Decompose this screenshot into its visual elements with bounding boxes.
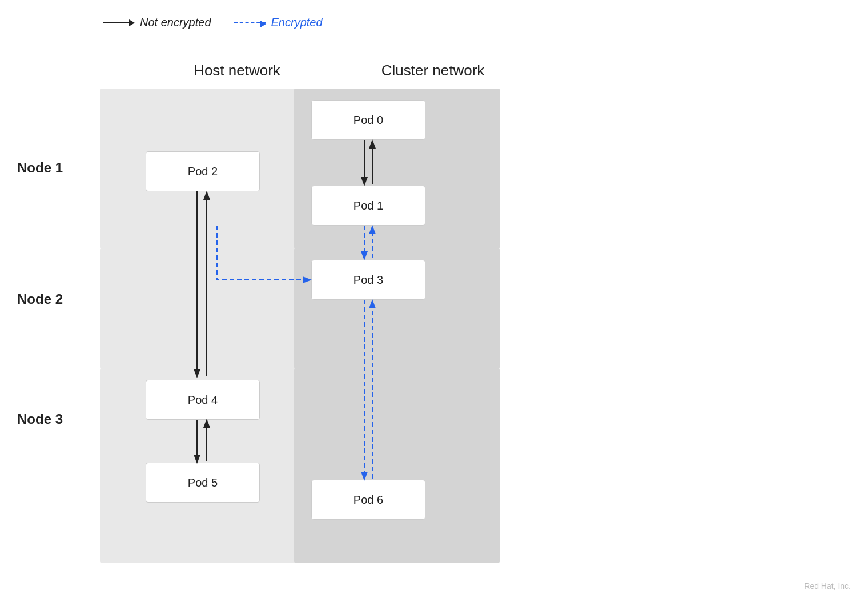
encrypted-label: Encrypted — [271, 16, 323, 29]
pod3-label: Pod 3 — [353, 274, 383, 287]
pod2-label: Pod 2 — [188, 165, 218, 178]
host-network-header: Host network — [146, 62, 328, 79]
dashed-arrow-icon — [234, 22, 266, 23]
pod5-label: Pod 5 — [188, 476, 218, 489]
diagram-container: Not encrypted Encrypted Host network Clu… — [0, 0, 868, 602]
cluster-network-header: Cluster network — [340, 62, 525, 79]
legend-encrypted: Encrypted — [234, 16, 323, 29]
pod3-box: Pod 3 — [311, 260, 425, 300]
node2-label: Node 2 — [17, 291, 63, 307]
pod0-label: Pod 0 — [353, 114, 383, 127]
legend: Not encrypted Encrypted — [103, 16, 323, 29]
not-encrypted-label: Not encrypted — [140, 16, 211, 29]
node1-label: Node 1 — [17, 160, 63, 176]
node3-cluster-bg — [294, 368, 500, 563]
solid-arrow-icon — [103, 22, 134, 23]
pod4-label: Pod 4 — [188, 394, 218, 407]
pod6-box: Pod 6 — [311, 480, 425, 520]
pod6-label: Pod 6 — [353, 493, 383, 507]
pod4-box: Pod 4 — [146, 380, 260, 420]
node3-label: Node 3 — [17, 411, 63, 427]
pod2-box: Pod 2 — [146, 151, 260, 191]
pod0-box: Pod 0 — [311, 100, 425, 140]
pod1-label: Pod 1 — [353, 199, 383, 212]
legend-not-encrypted: Not encrypted — [103, 16, 211, 29]
watermark: Red Hat, Inc. — [804, 581, 851, 591]
pod5-box: Pod 5 — [146, 463, 260, 503]
pod1-box: Pod 1 — [311, 186, 425, 226]
